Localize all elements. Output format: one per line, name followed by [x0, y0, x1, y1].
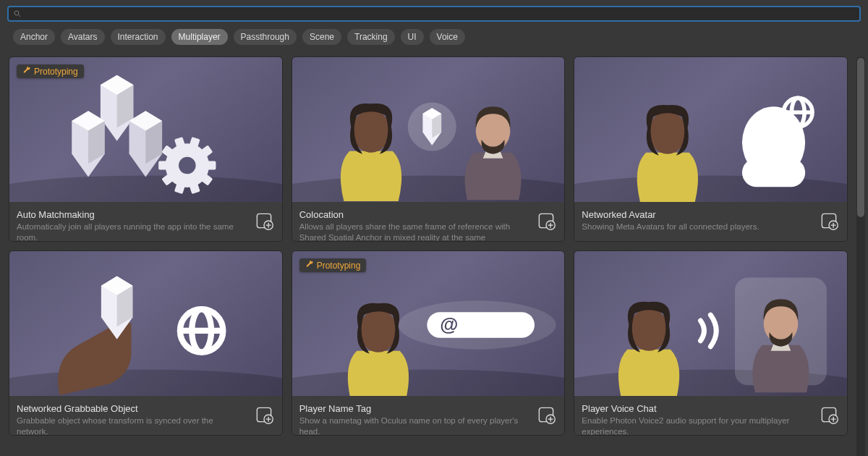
card-info: Networked Avatar Showing Meta Avatars fo… — [574, 202, 847, 241]
card-info: Colocation Allows all players share the … — [292, 202, 565, 241]
card-description: Grabbable object whose transform is sync… — [17, 415, 246, 435]
svg-rect-28 — [742, 159, 805, 187]
svg-point-43 — [359, 309, 397, 352]
add-frame-icon — [536, 211, 556, 233]
add-to-scene-button[interactable] — [534, 403, 558, 428]
card-title: Networked Avatar — [582, 209, 811, 220]
card-thumbnail — [9, 251, 282, 396]
card-thumbnail — [292, 57, 565, 202]
card-player-name-tag[interactable]: Prototyping @ Player Name Tag Show a nam… — [292, 250, 566, 436]
search-box[interactable] — [7, 6, 861, 22]
svg-point-14 — [179, 157, 196, 174]
add-to-scene-button[interactable] — [534, 209, 558, 234]
tag-multiplayer[interactable]: Multiplayer — [171, 29, 228, 45]
add-frame-icon — [819, 405, 839, 427]
add-frame-icon — [819, 211, 839, 233]
card-info: Networked Grabbable Object Grabbable obj… — [9, 396, 282, 435]
svg-point-25 — [574, 175, 847, 202]
search-icon — [13, 9, 22, 18]
card-thumbnail: Prototyping — [9, 57, 282, 202]
add-to-scene-button[interactable] — [817, 209, 841, 234]
card-thumbnail — [574, 57, 847, 202]
card-description: Enable Photon Voice2 audio support for y… — [582, 415, 811, 435]
svg-point-35 — [9, 369, 282, 396]
tag-tracking[interactable]: Tracking — [347, 29, 395, 45]
card-info: Player Voice Chat Enable Photon Voice2 a… — [574, 396, 847, 435]
svg-point-51 — [631, 308, 668, 350]
card-description: Automatically join all players running t… — [17, 221, 246, 241]
card-player-voice-chat[interactable]: Player Voice Chat Enable Photon Voice2 a… — [574, 250, 848, 436]
card-colocation[interactable]: Colocation Allows all players share the … — [292, 56, 566, 242]
card-auto-matchmaking[interactable]: Prototyping Auto Matchmaking Automatical… — [9, 56, 283, 242]
filter-tags: AnchorAvatarsInteractionMultiplayerPasst… — [0, 25, 868, 51]
svg-point-2 — [9, 175, 282, 202]
tag-anchor[interactable]: Anchor — [13, 29, 55, 45]
add-frame-icon — [536, 405, 556, 427]
svg-point-0 — [14, 11, 19, 15]
card-description: Show a nametag with Oculus name on top o… — [299, 415, 529, 435]
tag-interaction[interactable]: Interaction — [111, 29, 166, 45]
wrench-icon — [22, 66, 31, 77]
add-frame-icon — [254, 405, 274, 427]
prototyping-badge: Prototyping — [17, 64, 84, 78]
svg-point-18 — [292, 175, 565, 202]
tag-ui[interactable]: UI — [401, 29, 424, 45]
search-input[interactable] — [25, 9, 855, 19]
card-title: Auto Matchmaking — [17, 209, 246, 220]
add-frame-icon — [254, 211, 274, 233]
tag-passthrough[interactable]: Passthrough — [234, 29, 297, 45]
card-thumbnail — [574, 251, 847, 396]
badge-label: Prototyping — [34, 67, 78, 77]
prototyping-badge: Prototyping — [299, 258, 367, 272]
tag-scene[interactable]: Scene — [302, 29, 341, 45]
card-networked-avatar[interactable]: Networked Avatar Showing Meta Avatars fo… — [574, 56, 848, 242]
card-title: Player Name Tag — [299, 403, 529, 414]
svg-point-26 — [649, 111, 686, 153]
badge-label: Prototyping — [317, 261, 361, 271]
scroll-thumb[interactable] — [857, 58, 864, 217]
svg-point-19 — [352, 109, 390, 152]
card-info: Player Name Tag Show a nametag with Ocul… — [292, 396, 565, 435]
svg-point-42 — [292, 369, 565, 396]
card-networked-grabbable-object[interactable]: Networked Grabbable Object Grabbable obj… — [9, 250, 283, 436]
svg-line-1 — [19, 15, 21, 17]
scrollbar[interactable] — [856, 56, 865, 456]
card-title: Colocation — [299, 209, 529, 220]
card-title: Networked Grabbable Object — [17, 403, 246, 414]
card-description: Allows all players share the same frame … — [299, 221, 529, 241]
svg-text:@: @ — [440, 314, 458, 334]
tag-voice[interactable]: Voice — [430, 29, 465, 45]
tag-avatars[interactable]: Avatars — [61, 29, 104, 45]
add-to-scene-button[interactable] — [252, 209, 276, 234]
add-to-scene-button[interactable] — [252, 403, 276, 428]
card-description: Showing Meta Avatars for all connected p… — [582, 221, 811, 232]
add-to-scene-button[interactable] — [817, 403, 841, 428]
card-title: Player Voice Chat — [582, 403, 811, 414]
card-thumbnail: Prototyping @ — [292, 251, 565, 396]
card-info: Auto Matchmaking Automatically join all … — [9, 202, 282, 241]
wrench-icon — [305, 260, 314, 271]
